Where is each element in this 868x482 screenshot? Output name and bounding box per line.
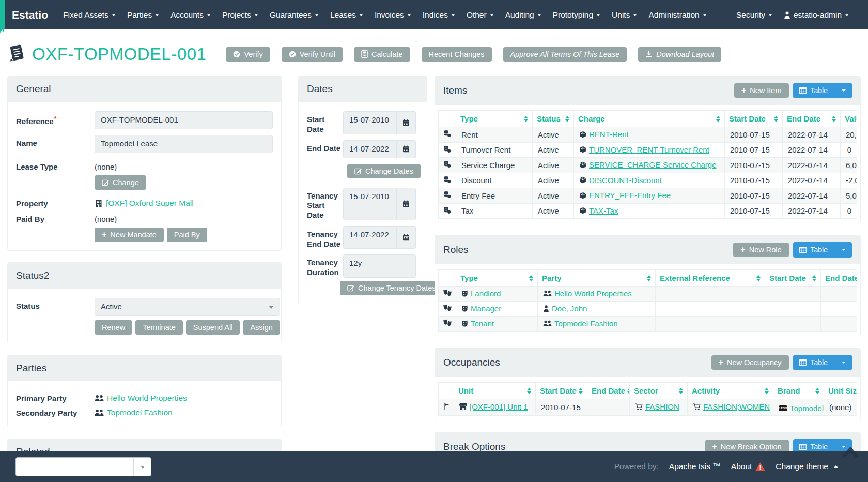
change-dates-button[interactable]: Change Dates [347, 164, 421, 178]
tenancy-start-date-input[interactable]: 15-07-2010 [343, 188, 397, 220]
sector-link[interactable]: FASHION [635, 402, 679, 411]
approve-all-terms-button[interactable]: Approve All Terms Of This Lease [503, 47, 627, 62]
calendar-button[interactable] [397, 226, 416, 249]
menu-parties[interactable]: Parties [121, 0, 165, 29]
charge-link[interactable]: RENT-Rent [579, 130, 629, 139]
calculate-button[interactable]: Calculate [354, 47, 410, 62]
role-party-link[interactable]: Topmodel Fashion [543, 319, 618, 328]
role-party-link[interactable]: Doe, John [543, 304, 587, 313]
new-occupancy-button[interactable]: New Occupancy [711, 355, 789, 370]
brand-link[interactable]: LEGOTopmodel [779, 404, 824, 413]
scroll-to-top-icon[interactable] [841, 447, 860, 460]
chevron-down-icon [845, 14, 849, 16]
menu-accounts[interactable]: Accounts [165, 0, 216, 29]
recent-changes-button[interactable]: Recent Changes [422, 47, 492, 62]
menu-leases[interactable]: Leases [324, 0, 369, 29]
chevron-up-icon [834, 465, 838, 468]
tenancy-duration-input[interactable]: 12y [343, 254, 416, 278]
column-header-value[interactable]: Value [841, 111, 857, 127]
secondary-party-link[interactable]: Topmodel Fashion [95, 405, 173, 417]
status2-panel-title: Status2 [8, 263, 281, 289]
footer-combobox[interactable] [16, 457, 151, 476]
lease-icon [7, 43, 27, 65]
menu-security[interactable]: Security [731, 0, 778, 29]
column-header-unit-size[interactable]: Unit Size [824, 383, 857, 399]
column-header-status[interactable]: Status [533, 111, 574, 127]
role-type-link[interactable]: Landlord [461, 289, 501, 298]
column-header-party[interactable]: Party [538, 270, 656, 287]
new-mandate-button[interactable]: New Mandate [95, 228, 164, 242]
column-header-end-date[interactable]: End Date [783, 111, 841, 127]
menu-prototyping[interactable]: Prototyping [547, 0, 606, 29]
paid-by-button[interactable]: Paid By [167, 228, 207, 242]
items-table-view-button[interactable]: Table [793, 83, 852, 98]
download-layout-button[interactable]: Download Layout [638, 47, 721, 62]
tenancy-end-date-input[interactable]: 14-07-2022 [343, 226, 397, 249]
calendar-button[interactable] [397, 188, 416, 220]
column-header-start-date[interactable]: Start Date [536, 383, 587, 399]
column-header-brand[interactable]: Brand [773, 383, 824, 399]
occupancies-table-view-button[interactable]: Table [793, 355, 852, 370]
verify-until-button[interactable]: Verify Until [282, 47, 343, 62]
renew-button[interactable]: Renew [95, 320, 132, 335]
column-header-type[interactable]: Type [456, 111, 533, 127]
calendar-button[interactable] [397, 111, 416, 134]
new-item-button[interactable]: New Item [734, 83, 789, 98]
column-header-end-date[interactable]: End Date [821, 270, 857, 287]
column-header-start-date[interactable]: Start Date [725, 111, 783, 127]
primary-party-link[interactable]: Hello World Properties [95, 390, 187, 403]
change-lease-type-button[interactable]: Change [95, 175, 146, 190]
column-header-charge[interactable]: Charge [574, 111, 725, 127]
calendar-button[interactable] [397, 140, 416, 158]
charge-link[interactable]: ENTRY_FEE-Entry Fee [579, 191, 671, 200]
menu-guarantees[interactable]: Guarantees [264, 0, 324, 29]
role-party-link[interactable]: Hello World Properties [543, 289, 632, 298]
tenancy-duration-label: Tenancy Duration [307, 254, 343, 278]
column-header-activity[interactable]: Activity [688, 383, 773, 399]
activity-link[interactable]: FASHION;WOMEN [693, 402, 770, 411]
menu-projects[interactable]: Projects [216, 0, 264, 29]
column-header-sector[interactable]: Sector [630, 383, 688, 399]
verify-button[interactable]: Verify [226, 47, 270, 62]
column-header-unit[interactable]: Unit [454, 383, 536, 399]
assign-button[interactable]: Assign [243, 320, 280, 335]
end-date-input[interactable]: 14-07-2022 [343, 140, 397, 158]
roles-table-view-button[interactable]: Table [793, 242, 852, 258]
new-role-button[interactable]: New Role [733, 243, 788, 257]
status-select[interactable]: Active [95, 298, 280, 316]
role-type-link[interactable]: Tenant [461, 319, 494, 328]
mask-icon [461, 305, 468, 312]
about-link[interactable]: About [731, 462, 766, 471]
menu-other[interactable]: Other [461, 0, 500, 29]
column-header-external-reference[interactable]: External Reference [656, 270, 765, 287]
menu-units[interactable]: Units [606, 0, 643, 29]
property-link[interactable]: [OXF] Oxford Super Mall [95, 195, 194, 208]
column-header-type[interactable]: Type [456, 270, 538, 287]
user-menu[interactable]: estatio-admin [778, 0, 855, 29]
column-header-end-date[interactable]: End Date [587, 383, 630, 399]
suspend-all-button[interactable]: Suspend All [186, 320, 240, 335]
terminate-button[interactable]: Terminate [135, 320, 183, 335]
sort-icon [774, 116, 778, 122]
menu-indices[interactable]: Indices [417, 0, 461, 29]
page-title: OXF-TOPMODEL-001 [32, 44, 206, 64]
column-header-start-date[interactable]: Start Date [765, 270, 821, 287]
change-theme-link[interactable]: Change theme [776, 462, 838, 471]
brand-logo[interactable]: Estatio [5, 9, 57, 21]
start-date-input[interactable]: 15-07-2010 [343, 111, 397, 134]
charge-link[interactable]: TAX-Tax [579, 206, 618, 215]
charge-link[interactable]: DISCOUNT-Discount [579, 176, 662, 185]
unit-link[interactable]: [OXF-001] Unit 1 [459, 402, 528, 411]
charge-link[interactable]: SERVICE_CHARGE-Service Charge [579, 160, 716, 169]
menu-administration[interactable]: Administration [643, 0, 712, 29]
menu-invoices[interactable]: Invoices [369, 0, 417, 29]
chevron-down-icon [703, 14, 707, 16]
name-input[interactable]: Topmodel Lease [95, 135, 273, 153]
charge-link[interactable]: TURNOVER_RENT-Turnover Rent [579, 145, 709, 154]
change-tenancy-dates-button[interactable]: Change Tenancy Dates [340, 281, 443, 295]
role-type-link[interactable]: Manager [461, 304, 501, 313]
menu-fixed-assets[interactable]: Fixed Assets [57, 0, 121, 29]
reference-input[interactable]: OXF-TOPMODEL-001 [95, 111, 273, 129]
menu-auditing[interactable]: Auditing [500, 0, 547, 29]
apache-isis-link[interactable]: Apache Isis ™ [669, 462, 721, 471]
